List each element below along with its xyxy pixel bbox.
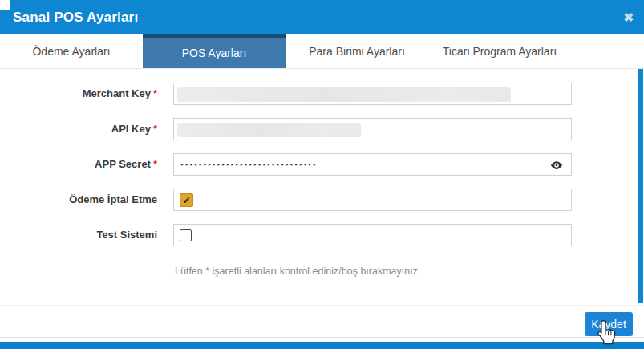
merchant-key-row: Merchant Key* [0,83,644,105]
odeme-iptal-etme-field: ✔ [173,189,572,211]
eye-icon[interactable] [549,158,564,172]
scrollbar-thumb[interactable] [638,69,643,303]
api-key-input[interactable] [173,118,572,140]
api-key-label-text: API Key [111,123,151,135]
modal-bottom-edge [0,337,644,338]
app-secret-input[interactable]: ▪▪▪▪▪▪▪▪▪▪▪▪▪▪▪▪▪▪▪▪▪▪▪▪▪▪▪▪▪▪ [173,153,572,176]
app-secret-row: APP Secret* ▪▪▪▪▪▪▪▪▪▪▪▪▪▪▪▪▪▪▪▪▪▪▪▪▪▪▪▪… [0,153,644,176]
save-button[interactable]: Kaydet [585,312,633,336]
api-key-row: API Key* [0,118,644,140]
modal-header: Sanal POS Ayarları ✖ [0,0,644,34]
required-mark: * [153,87,157,99]
tab-bar: Ödeme Ayarları POS Ayarları Para Birimi … [0,34,644,69]
tab-pos-ayarlari[interactable]: POS Ayarları [143,34,286,68]
required-mark: * [153,123,157,135]
form-note: Lütfen * işaretli alanları kontrol edini… [175,266,420,277]
merchant-key-input[interactable] [173,83,572,105]
merchant-key-redacted-value [177,87,511,102]
modal-title: Sanal POS Ayarları [13,0,138,34]
odeme-iptal-etme-label: Ödeme İptal Etme [0,189,157,211]
api-key-label: API Key* [0,118,157,140]
app-secret-masked-value: ▪▪▪▪▪▪▪▪▪▪▪▪▪▪▪▪▪▪▪▪▪▪▪▪▪▪▪▪▪▪ [180,154,318,175]
merchant-key-label-text: Merchant Key [83,87,151,99]
tab-odeme-ayarlari[interactable]: Ödeme Ayarları [0,34,143,68]
close-icon[interactable]: ✖ [623,0,634,34]
merchant-key-label: Merchant Key* [0,83,157,105]
required-mark: * [153,158,157,170]
footer-divider [0,305,644,306]
test-sistemi-row: Test Sistemi [0,224,644,246]
odeme-iptal-etme-row: Ödeme İptal Etme ✔ [0,189,644,211]
test-sistemi-label: Test Sistemi [0,224,157,246]
corner-notch [0,0,10,10]
tab-para-birimi-ayarlari[interactable]: Para Birimi Ayarları [286,34,428,68]
app-secret-label-text: APP Secret [95,158,151,170]
app-secret-label: APP Secret* [0,153,157,176]
check-icon: ✔ [182,195,190,206]
sanal-pos-settings-modal: Sanal POS Ayarları ✖ Ödeme Ayarları POS … [0,0,644,349]
test-sistemi-field [173,224,572,246]
api-key-redacted-value [177,123,361,137]
tab-ticari-program-ayarlari[interactable]: Ticari Program Ayarları [428,34,571,68]
test-sistemi-checkbox[interactable] [180,229,192,241]
page-bottom-bar [0,342,644,349]
odeme-iptal-etme-checkbox[interactable]: ✔ [180,193,193,207]
